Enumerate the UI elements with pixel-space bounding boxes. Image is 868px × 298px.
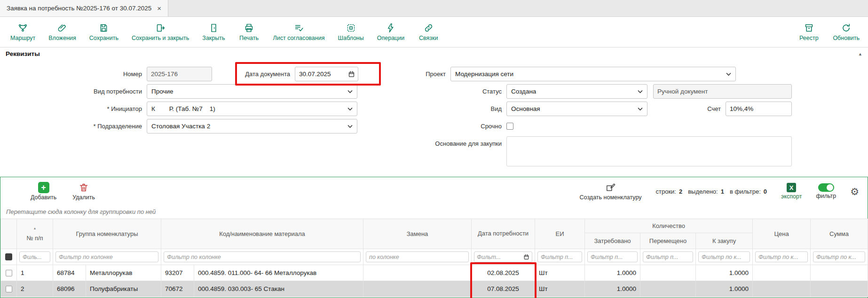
filter-moved-input[interactable] <box>643 251 693 262</box>
close-button[interactable]: Закрыть <box>202 23 225 41</box>
cell-sum <box>811 281 868 297</box>
col-header-sum[interactable]: Сумма <box>811 219 868 249</box>
templates-button[interactable]: Шаблоны <box>338 23 363 41</box>
toggle-on-icon <box>818 183 834 192</box>
tab-close-icon[interactable]: × <box>157 4 161 12</box>
refresh-button[interactable]: Обновить <box>833 23 860 41</box>
chevron-down-icon <box>638 90 643 94</box>
settings-gear-icon[interactable]: ⚙ <box>850 187 859 196</box>
lightning-icon <box>386 23 395 33</box>
export-excel-button[interactable]: X экспорт <box>781 183 802 200</box>
document-tab[interactable]: Заявка на потребность №2025-176 от 30.07… <box>0 0 168 16</box>
cell-to-purchase: 1.0000 <box>696 265 753 281</box>
row-checkbox[interactable] <box>6 270 12 276</box>
project-label: Проект <box>358 71 450 78</box>
approval-sheet-button[interactable]: Лист согласования <box>273 23 325 41</box>
filter-to-purchase-input[interactable] <box>698 251 750 262</box>
items-table: ▲ № п/п Группа номенклатуры Код/наименов… <box>0 219 868 297</box>
purchase-basis-textarea[interactable] <box>506 136 792 166</box>
operations-button[interactable]: Операции <box>377 23 404 41</box>
templates-icon <box>346 23 356 33</box>
col-header-need-date[interactable]: Дата потребности <box>472 219 535 249</box>
delete-row-button[interactable]: Удалить <box>72 182 95 201</box>
filter-need-date-input[interactable] <box>477 254 503 260</box>
col-header-moved[interactable]: Перемещено <box>640 233 696 249</box>
filter-sum-input[interactable] <box>813 251 865 262</box>
filter-toggle[interactable]: фильтр <box>816 183 836 199</box>
filter-price-input[interactable] <box>755 251 808 262</box>
status-select[interactable]: Создана <box>506 84 647 99</box>
route-button[interactable]: Маршрут <box>10 23 35 41</box>
status-note-input[interactable] <box>653 84 792 99</box>
row-checkbox[interactable] <box>6 286 12 292</box>
col-header-replacement[interactable]: Замена <box>363 219 472 249</box>
filter-material-input[interactable] <box>164 251 361 262</box>
paperclip-icon <box>57 23 67 33</box>
select-all-header[interactable] <box>1 219 17 249</box>
table-row[interactable]: 1 68784 Металлорукав 93207 000.4859. 011… <box>1 265 868 281</box>
doc-date-input[interactable] <box>299 71 340 78</box>
cell-num: 1 <box>17 265 53 281</box>
attachments-button[interactable]: Вложения <box>48 23 76 41</box>
collapse-arrow-icon[interactable]: ▲ <box>858 52 862 56</box>
cell-replacement <box>363 265 472 281</box>
close-label: Закрыть <box>202 35 225 41</box>
calendar-icon[interactable] <box>523 254 529 260</box>
initiator-select[interactable]: К Р. (Таб. №7 1) <box>147 102 357 116</box>
filter-need-date-field[interactable] <box>474 251 532 262</box>
cell-need-date[interactable]: 02.08.2025 <box>472 265 535 281</box>
filter-unit-input[interactable] <box>537 251 582 262</box>
select-all-icon[interactable] <box>5 253 12 260</box>
print-button[interactable]: Печать <box>238 23 260 41</box>
filter-group-input[interactable] <box>55 251 158 262</box>
urgent-checkbox[interactable] <box>506 123 513 130</box>
department-select[interactable]: Столовая Участка 2 <box>147 119 357 133</box>
cell-material-name: 000.4859. 011.000- 64- 66 Металлорукав <box>194 265 363 281</box>
cell-material-code: 93207 <box>161 265 194 281</box>
cell-to-purchase: 1.0000 <box>696 281 753 297</box>
cell-need-date[interactable]: 07.08.2025 <box>472 281 535 297</box>
need-type-select[interactable]: Прочие <box>147 84 357 99</box>
doc-date-label: Дата документа <box>212 71 295 78</box>
templates-label: Шаблоны <box>338 35 363 41</box>
status-label: Статус <box>357 88 506 95</box>
refresh-label: Обновить <box>833 35 860 41</box>
add-row-button[interactable]: + Добавить <box>31 182 56 201</box>
project-select[interactable]: Модернизация сети <box>450 67 736 81</box>
filter-num-input[interactable] <box>19 251 50 262</box>
excel-icon: X <box>787 183 796 192</box>
save-and-close-label: Сохранить и закрыть <box>132 35 189 41</box>
doc-date-field[interactable] <box>295 67 358 81</box>
links-label: Связки <box>419 35 438 41</box>
col-header-to-purchase[interactable]: К закупу <box>696 233 753 249</box>
col-header-group[interactable]: Группа номенклатуры <box>53 219 161 249</box>
col-header-material[interactable]: Код/наименование материала <box>161 219 363 249</box>
create-nomenclature-button[interactable]: Создать номенклатуру <box>580 182 642 201</box>
save-and-close-button[interactable]: Сохранить и закрыть <box>132 23 189 41</box>
number-input[interactable] <box>147 67 212 81</box>
route-icon <box>18 23 28 33</box>
kind-select[interactable]: Основная <box>506 102 647 116</box>
table-row-selected[interactable]: 2 68096 Полуфабрикаты 70672 000.4859. 03… <box>1 281 868 297</box>
requisites-title: Реквизиты <box>6 50 40 57</box>
col-header-num[interactable]: ▲ № п/п <box>17 219 53 249</box>
registry-button[interactable]: Реестр <box>798 23 820 41</box>
requisites-form: Номер Дата документа Проект Модернизация… <box>0 60 868 177</box>
col-header-price[interactable]: Цена <box>753 219 811 249</box>
tab-title: Заявка на потребность №2025-176 от 30.07… <box>7 5 151 12</box>
chevron-down-icon <box>347 125 353 128</box>
group-by-drop-zone[interactable]: Перетащите сюда колонку для группировки … <box>0 204 868 219</box>
save-button[interactable]: Сохранить <box>89 23 118 41</box>
account-input[interactable] <box>726 102 792 116</box>
purchase-basis-label: Основание для закупки <box>357 136 506 147</box>
plus-icon: + <box>38 182 49 193</box>
filter-requested-input[interactable] <box>587 251 638 262</box>
filter-replacement-input[interactable] <box>366 251 469 262</box>
col-header-unit[interactable]: ЕИ <box>535 219 585 249</box>
col-header-requested[interactable]: Затребовано <box>585 233 640 249</box>
create-nomenclature-icon <box>606 182 616 193</box>
calendar-icon[interactable] <box>348 71 355 78</box>
cell-group-name: Полуфабрикаты <box>86 281 161 297</box>
main-toolbar: Маршрут Вложения Сохранить Сохранить и з… <box>0 17 868 47</box>
links-button[interactable]: Связки <box>418 23 439 41</box>
